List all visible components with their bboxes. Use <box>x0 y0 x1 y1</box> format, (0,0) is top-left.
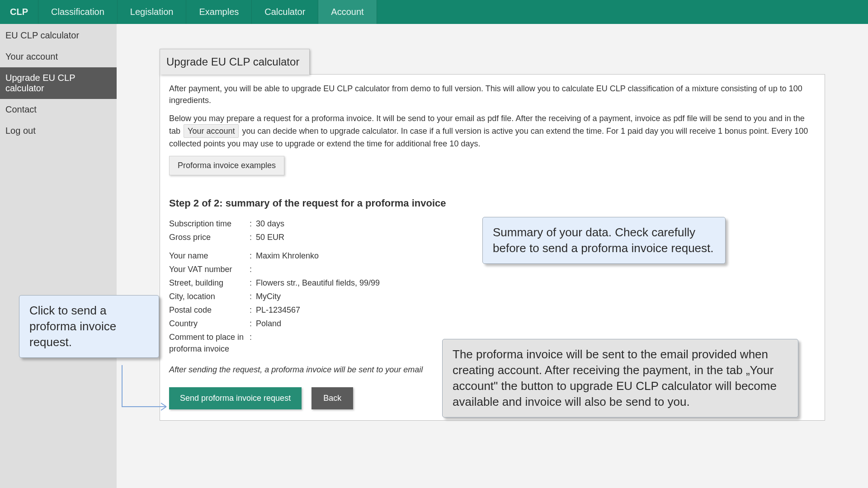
callout-right-bottom: The proforma invoice will be sent to the… <box>442 339 798 418</box>
label-postal: Postal code <box>169 304 250 316</box>
intro-paragraph-2: Below you may prepare a request for a pr… <box>169 113 816 150</box>
value-country: Poland <box>256 318 816 329</box>
sidebar-item-account[interactable]: Your account <box>0 46 117 67</box>
sidebar: EU CLP calculator Your account Upgrade E… <box>0 24 117 488</box>
back-button[interactable]: Back <box>311 387 353 409</box>
send-request-button[interactable]: Send proforma invoice request <box>169 387 302 409</box>
label-vat: Your VAT number <box>169 263 250 275</box>
intro-paragraph-1: After payment, you will be able to upgra… <box>169 83 816 106</box>
value-vat <box>256 263 816 275</box>
sidebar-item-calc[interactable]: EU CLP calculator <box>0 25 117 46</box>
sidebar-item-upgrade[interactable]: Upgrade EU CLP calculator <box>0 67 117 99</box>
callout-left: Click to send a proforma invoice request… <box>19 295 159 358</box>
arrow-icon <box>113 361 176 420</box>
row-street: Street, building : Flowers str., Beautif… <box>169 276 816 290</box>
proforma-examples-button[interactable]: Proforma invoice examples <box>169 156 284 175</box>
nav-tab-classification[interactable]: Classification <box>38 0 118 24</box>
value-street: Flowers str., Beautiful fields, 99/99 <box>256 277 816 289</box>
inline-chip-your-account: Your account <box>184 124 239 138</box>
row-vat: Your VAT number : <box>169 263 816 276</box>
nav-logo[interactable]: CLP <box>0 0 38 24</box>
nav-tab-account[interactable]: Account <box>318 0 377 24</box>
label-street: Street, building <box>169 277 250 289</box>
step-title: Step 2 of 2: summary of the request for … <box>169 196 816 211</box>
label-comment: Comment to place in proforma invoice <box>169 331 250 355</box>
label-country: Country <box>169 318 250 329</box>
row-postal: Postal code : PL-1234567 <box>169 303 816 317</box>
value-city: MyCity <box>256 291 816 302</box>
nav-tab-legislation[interactable]: Legislation <box>118 0 187 24</box>
nav-tab-calculator[interactable]: Calculator <box>252 0 318 24</box>
top-nav: CLP Classification Legislation Examples … <box>0 0 868 24</box>
callout-right-top: Summary of your data. Check carefully be… <box>482 217 726 264</box>
value-postal: PL-1234567 <box>256 304 816 316</box>
label-your-name: Your name <box>169 250 250 262</box>
nav-tab-examples[interactable]: Examples <box>186 0 252 24</box>
para2b-text: you can decide when to upgrade calculato… <box>169 127 808 148</box>
label-city: City, location <box>169 291 250 302</box>
card-title: Upgrade EU CLP calculator <box>160 49 310 75</box>
sidebar-item-contact[interactable]: Contact <box>0 99 117 120</box>
label-gross-price: Gross price <box>169 231 250 243</box>
sidebar-item-logout[interactable]: Log out <box>0 120 117 141</box>
label-subscription-time: Subscription time <box>169 218 250 230</box>
row-city: City, location : MyCity <box>169 290 816 303</box>
row-country: Country : Poland <box>169 317 816 330</box>
